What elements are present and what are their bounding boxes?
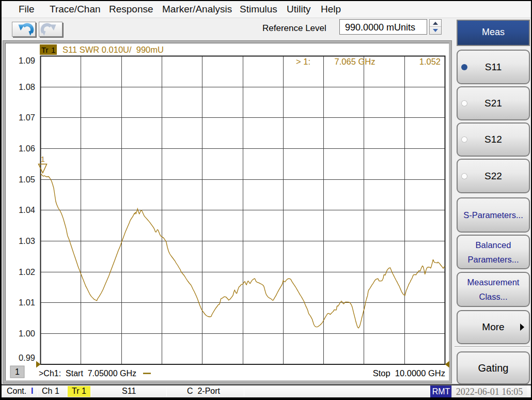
svg-text:Tr: Tr <box>41 45 49 54</box>
svg-text:>Ch1: Start 7.05000 GHz: >Ch1: Start 7.05000 GHz <box>39 369 136 378</box>
svg-text:1.03: 1.03 <box>19 236 35 245</box>
svg-text:1.052: 1.052 <box>419 57 441 66</box>
svg-text:1.08: 1.08 <box>19 82 35 91</box>
svg-text:1.04: 1.04 <box>19 205 35 214</box>
svg-text:1.07: 1.07 <box>19 113 35 122</box>
svg-text:1.01: 1.01 <box>19 298 35 307</box>
svg-text:0.99: 0.99 <box>19 353 35 362</box>
svg-text:1: 1 <box>41 155 45 163</box>
svg-text:1.05: 1.05 <box>19 175 35 184</box>
svg-text:1.06: 1.06 <box>19 144 35 153</box>
svg-text:1.00: 1.00 <box>19 329 35 338</box>
svg-text:1: 1 <box>15 367 20 376</box>
svg-text:S11 SWR 0.010U/ 990mU: S11 SWR 0.010U/ 990mU <box>62 45 164 54</box>
svg-text:1.02: 1.02 <box>19 267 35 276</box>
svg-text:1.09: 1.09 <box>19 56 35 65</box>
svg-text:1: 1 <box>51 45 55 54</box>
svg-text:7.065 GHz: 7.065 GHz <box>335 57 375 66</box>
svg-text:Stop 10.0000 GHz: Stop 10.0000 GHz <box>373 368 445 378</box>
svg-text:> 1:: > 1: <box>296 57 310 66</box>
